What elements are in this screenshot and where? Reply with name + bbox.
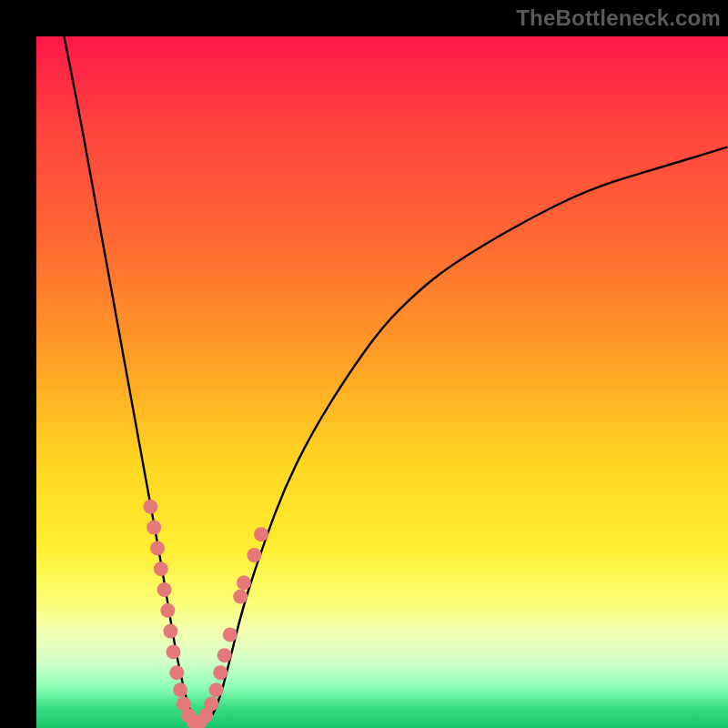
data-marker — [213, 665, 228, 680]
data-marker — [237, 575, 251, 590]
data-marker — [160, 603, 175, 618]
data-marker — [254, 527, 268, 541]
data-marker — [233, 590, 248, 604]
data-marker — [209, 682, 224, 697]
data-marker — [173, 682, 187, 697]
chart-frame: TheBottleneck.com — [0, 0, 728, 728]
data-marker — [147, 521, 161, 535]
data-marker — [217, 648, 232, 662]
bottleneck-curve-svg — [36, 36, 728, 728]
data-marker — [247, 548, 261, 562]
data-marker — [163, 624, 177, 639]
watermark-text: TheBottleneck.com — [516, 5, 721, 31]
data-marker — [204, 696, 218, 711]
marker-layer — [143, 500, 268, 728]
data-marker — [154, 561, 168, 576]
plot-area — [36, 36, 728, 728]
curve-layer — [64, 36, 728, 721]
data-marker — [223, 627, 238, 642]
data-marker — [157, 582, 172, 597]
bottleneck-curve — [64, 36, 728, 721]
data-marker — [150, 541, 165, 555]
data-marker — [143, 500, 157, 514]
data-marker — [169, 665, 184, 680]
data-marker — [167, 644, 181, 659]
